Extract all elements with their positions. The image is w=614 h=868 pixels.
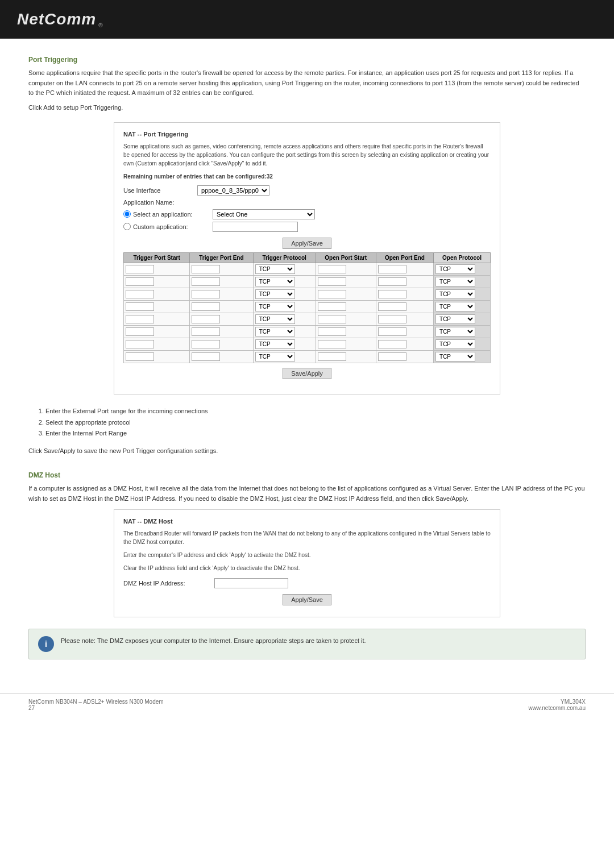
open-protocol-select[interactable]: TCPUDPTCP/UDP [435, 277, 475, 286]
open-port-start-input[interactable] [318, 302, 346, 311]
trigger-protocol-select[interactable]: TCPUDPTCP/UDP [255, 327, 295, 337]
select-app-radio[interactable] [123, 210, 131, 218]
select-app-dropdown[interactable]: Select One [213, 209, 315, 219]
info-icon: i [38, 636, 54, 652]
open-port-start-input[interactable] [318, 327, 346, 336]
trigger-port-start-input[interactable] [126, 277, 154, 286]
dmz-ip-label: DMZ Host IP Address: [123, 580, 214, 587]
trigger-port-start-input[interactable] [126, 352, 154, 361]
open-protocol-select[interactable]: TCPUDPTCP/UDP [435, 314, 475, 324]
click-add-instruction: Click Add to setup Port Triggering. [28, 104, 586, 111]
trigger-port-start-input[interactable] [126, 315, 154, 323]
open-port-end-input[interactable] [378, 315, 406, 323]
th-trigger-port-end: Trigger Port End [190, 252, 253, 263]
open-port-end-input[interactable] [378, 327, 406, 336]
open-port-start-input[interactable] [318, 290, 346, 298]
table-row: TCPUDPTCP/UDP TCPUDPTCP/UDP [124, 325, 491, 338]
info-text: Please note: The DMZ exposes your comput… [61, 636, 366, 646]
save-apply-btn-row: Save/Apply [123, 368, 491, 379]
trigger-protocol-select[interactable]: TCPUDPTCP/UDP [255, 277, 295, 286]
open-protocol-select[interactable]: TCPUDPTCP/UDP [435, 289, 475, 299]
port-triggering-description: Some applications require that the speci… [28, 68, 586, 98]
open-port-start-input[interactable] [318, 340, 346, 348]
apply-save-button[interactable]: Apply/Save [283, 238, 331, 249]
trigger-table: Trigger Port Start Trigger Port End Trig… [123, 252, 491, 363]
trigger-port-start-input[interactable] [126, 265, 154, 273]
trigger-port-start-input[interactable] [126, 340, 154, 348]
open-protocol-select[interactable]: TCPUDPTCP/UDP [435, 352, 475, 362]
port-triggering-section: Port Triggering Some applications requir… [28, 56, 586, 454]
trigger-port-start-input[interactable] [126, 327, 154, 336]
trigger-protocol-select[interactable]: TCPUDPTCP/UDP [255, 264, 295, 274]
info-note: i Please note: The DMZ exposes your comp… [28, 629, 586, 659]
save-apply-button[interactable]: Save/Apply [283, 368, 331, 379]
nat-port-triggering-box: NAT -- Port Triggering Some applications… [114, 122, 500, 394]
footer: NetComm NB304N – ADSL2+ Wireless N300 Mo… [0, 693, 614, 716]
logo-sub: ® [98, 22, 102, 28]
trigger-port-end-input[interactable] [192, 277, 220, 286]
main-content: Port Triggering Some applications requir… [0, 39, 614, 676]
th-open-protocol: Open Protocol [434, 252, 491, 263]
table-row: TCPUDPTCP/UDP TCPUDPTCP/UDP [124, 338, 491, 350]
trigger-protocol-select[interactable]: TCPUDPTCP/UDP [255, 314, 295, 324]
trigger-protocol-select[interactable]: TCPUDPTCP/UDP [255, 352, 295, 362]
nat-dmz-desc3: Clear the IP address field and click 'Ap… [123, 564, 491, 572]
trigger-protocol-select[interactable]: TCPUDPTCP/UDP [255, 289, 295, 299]
dmz-title: DMZ Host [28, 471, 586, 479]
open-protocol-select[interactable]: TCPUDPTCP/UDP [435, 264, 475, 274]
footer-website: www.netcomm.com.au [528, 705, 586, 711]
logo: NetComm [17, 10, 96, 28]
th-open-port-start: Open Port Start [316, 252, 376, 263]
dmz-ip-input[interactable] [214, 578, 288, 588]
dmz-apply-btn-row: Apply/Save [123, 594, 491, 605]
use-interface-select[interactable]: pppoe_0_8_35/ppp0 [197, 185, 269, 196]
dmz-apply-save-button[interactable]: Apply/Save [283, 594, 331, 605]
select-app-radio-label: Select an application: [133, 211, 213, 218]
table-row: TCPUDPTCP/UDP TCPUDPTCP/UDP [124, 263, 491, 275]
table-row: TCPUDPTCP/UDP TCPUDPTCP/UDP [124, 300, 491, 313]
open-port-start-input[interactable] [318, 265, 346, 273]
nat-dmz-desc2: Enter the computer's IP address and clic… [123, 551, 491, 559]
trigger-protocol-select[interactable]: TCPUDPTCP/UDP [255, 339, 295, 349]
table-row: TCPUDPTCP/UDP TCPUDPTCP/UDP [124, 313, 491, 325]
trigger-port-end-input[interactable] [192, 290, 220, 298]
custom-app-radio[interactable] [123, 223, 131, 230]
trigger-port-end-input[interactable] [192, 315, 220, 323]
trigger-port-start-input[interactable] [126, 290, 154, 298]
open-protocol-select[interactable]: TCPUDPTCP/UDP [435, 339, 475, 349]
dmz-host-section: DMZ Host If a computer is assigned as a … [28, 471, 586, 659]
trigger-port-start-input[interactable] [126, 302, 154, 311]
apply-save-btn-row: Apply/Save [123, 238, 491, 249]
open-port-end-input[interactable] [378, 352, 406, 361]
trigger-port-end-input[interactable] [192, 265, 220, 273]
open-protocol-select[interactable]: TCPUDPTCP/UDP [435, 302, 475, 312]
custom-app-radio-row: Custom application: [123, 222, 491, 232]
click-save-instruction: Click Save/Apply to save the new Port Tr… [28, 447, 586, 454]
open-port-end-input[interactable] [378, 302, 406, 311]
table-row: TCPUDPTCP/UDP TCPUDPTCP/UDP [124, 288, 491, 300]
trigger-port-end-input[interactable] [192, 352, 220, 361]
open-port-start-input[interactable] [318, 352, 346, 361]
footer-code: YML304X [561, 699, 586, 705]
footer-right: YML304X www.netcomm.com.au [528, 699, 586, 711]
open-port-end-input[interactable] [378, 340, 406, 348]
trigger-port-end-input[interactable] [192, 327, 220, 336]
dmz-ip-row: DMZ Host IP Address: [123, 578, 491, 588]
open-protocol-select[interactable]: TCPUDPTCP/UDP [435, 327, 475, 337]
th-trigger-port-start: Trigger Port Start [124, 252, 190, 263]
trigger-port-end-input[interactable] [192, 302, 220, 311]
list-item: Enter the External Port range for the in… [45, 406, 586, 417]
dmz-description: If a computer is assigned as a DMZ Host,… [28, 484, 586, 504]
custom-app-input[interactable] [213, 222, 298, 232]
open-port-end-input[interactable] [378, 290, 406, 298]
nat-remaining: Remaining number of entries that can be … [123, 172, 491, 181]
trigger-port-end-input[interactable] [192, 340, 220, 348]
footer-left: NetComm NB304N – ADSL2+ Wireless N300 Mo… [28, 699, 164, 711]
open-port-start-input[interactable] [318, 277, 346, 286]
th-trigger-protocol: Trigger Protocol [253, 252, 316, 263]
trigger-protocol-select[interactable]: TCPUDPTCP/UDP [255, 302, 295, 312]
open-port-start-input[interactable] [318, 315, 346, 323]
open-port-end-input[interactable] [378, 265, 406, 273]
open-port-end-input[interactable] [378, 277, 406, 286]
nat-dmz-title: NAT -- DMZ Host [123, 518, 491, 525]
